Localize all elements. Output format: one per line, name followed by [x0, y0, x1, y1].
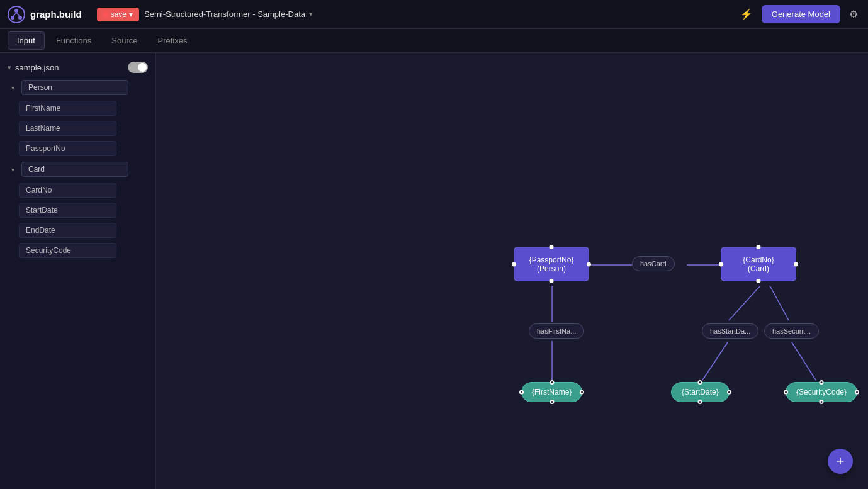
settings-button[interactable]: ⚙ [847, 6, 860, 23]
tree-leaf-startdate[interactable]: StartDate [0, 200, 155, 220]
file-collapse-icon[interactable]: ▾ [8, 64, 11, 72]
svg-point-0 [8, 6, 25, 23]
main-area: ▾ sample.json ▾ Person FirstName LastNam… [0, 53, 868, 489]
tree-leaf-enddate[interactable]: EndDate [0, 220, 155, 240]
lastname-label: LastName [19, 121, 116, 136]
svg-point-1 [14, 9, 18, 13]
has-firstname-label: hasFirstNa... [537, 327, 576, 335]
has-security-edge[interactable]: hasSecurit... [764, 323, 819, 339]
startdate-graph-node[interactable]: {StartDate} [671, 382, 730, 402]
topbar: graph.build save ▾ Semi-Structured-Trans… [0, 0, 868, 29]
add-fab-button[interactable]: + [828, 449, 853, 474]
card-graph-node[interactable]: {CardNo}(Card) [721, 247, 796, 281]
has-card-label: hasCard [640, 260, 667, 267]
startdate-graph-label: {StartDate} [682, 388, 719, 396]
svg-line-4 [13, 13, 16, 16]
topbar-right: ⚡ Generate Model ⚙ [738, 5, 860, 23]
enddate-label: EndDate [19, 223, 116, 238]
tabs-bar: Input Functions Source Prefixes [0, 29, 868, 53]
sd-bottom-dot [698, 400, 702, 404]
card-top-dot [757, 245, 761, 249]
firstname-label: FirstName [19, 101, 116, 116]
tree-leaf-firstname[interactable]: FirstName [0, 98, 155, 118]
tab-functions[interactable]: Functions [47, 32, 100, 49]
generate-model-button[interactable]: Generate Model [762, 5, 840, 23]
sc-right-dot [855, 390, 859, 395]
passportno-label: PassportNo [19, 141, 116, 156]
person-graph-node[interactable]: {PassportNo}(Person) [514, 247, 589, 281]
person-right-dot [587, 262, 591, 266]
sd-right-dot [727, 390, 731, 395]
logo-icon [8, 6, 25, 23]
save-label: save [111, 10, 127, 19]
project-title: Semi-Structured-Transformer - Sample-Dat… [144, 9, 305, 19]
sidebar: ▾ sample.json ▾ Person FirstName LastNam… [0, 53, 156, 489]
card-arrow-icon: ▾ [11, 166, 18, 173]
tree-leaf-lastname[interactable]: LastName [0, 118, 155, 138]
svg-point-3 [18, 16, 22, 20]
card-node-label: {CardNo}(Card) [743, 256, 774, 273]
has-startdate-edge[interactable]: hasStartDa... [702, 323, 758, 339]
startdate-label: StartDate [19, 203, 116, 218]
sc-bottom-dot [820, 400, 824, 404]
svg-point-2 [11, 16, 14, 20]
file-name: sample.json [15, 63, 124, 72]
card-left-dot [719, 262, 723, 266]
card-label: Card [21, 162, 128, 177]
securitycode-label: SecurityCode [19, 243, 116, 258]
svg-line-5 [16, 13, 20, 16]
file-toggle[interactable] [128, 62, 148, 73]
tree-leaf-cardno[interactable]: CardNo [0, 180, 155, 200]
sc-top-dot [820, 380, 824, 385]
title-chevron-icon[interactable]: ▾ [309, 10, 313, 18]
person-node-label: {PassportNo}(Person) [529, 256, 574, 273]
fn-top-dot [550, 380, 554, 385]
graph-canvas: {PassportNo}(Person) hasCard {CardNo}(Ca… [156, 53, 868, 489]
has-card-edge[interactable]: hasCard [632, 256, 675, 271]
person-arrow-icon: ▾ [11, 84, 18, 91]
fn-bottom-dot [550, 400, 554, 404]
title-area: Semi-Structured-Transformer - Sample-Dat… [144, 9, 733, 19]
card-right-dot [794, 262, 798, 266]
securitycode-graph-label: {SecurityCode} [796, 388, 847, 396]
tab-input[interactable]: Input [8, 31, 45, 50]
save-button[interactable]: save ▾ [97, 8, 139, 21]
has-firstname-edge[interactable]: hasFirstNa... [529, 323, 584, 339]
logo-area: graph.build [8, 6, 82, 23]
has-startdate-label: hasStartDa... [710, 327, 750, 335]
magic-wand-button[interactable]: ⚡ [738, 6, 755, 23]
cardno-label: CardNo [19, 183, 116, 198]
sc-left-dot [784, 390, 788, 395]
tree-node-card[interactable]: ▾ Card [0, 159, 155, 180]
logo-text: graph.build [30, 9, 82, 20]
tree-leaf-securitycode[interactable]: SecurityCode [0, 240, 155, 261]
securitycode-graph-node[interactable]: {SecurityCode} [786, 382, 857, 402]
tree-leaf-passportno[interactable]: PassportNo [0, 138, 155, 159]
save-indicator [103, 12, 108, 17]
has-security-label: hasSecurit... [772, 327, 811, 335]
save-chevron: ▾ [129, 10, 133, 19]
firstname-graph-node[interactable]: {FirstName} [521, 382, 582, 402]
file-row: ▾ sample.json [0, 58, 155, 77]
person-left-dot [512, 262, 516, 266]
sd-top-dot [698, 380, 702, 385]
tab-source[interactable]: Source [103, 32, 146, 49]
fn-left-dot [519, 390, 524, 395]
fn-right-dot [580, 390, 584, 395]
card-bottom-dot [757, 279, 761, 283]
person-bottom-dot [550, 279, 554, 283]
fab-plus-icon: + [837, 453, 845, 469]
firstname-graph-label: {FirstName} [532, 388, 572, 396]
tab-prefixes[interactable]: Prefixes [149, 32, 196, 49]
tree-node-person[interactable]: ▾ Person [0, 77, 155, 98]
person-top-dot [550, 245, 554, 249]
person-label: Person [21, 80, 128, 95]
